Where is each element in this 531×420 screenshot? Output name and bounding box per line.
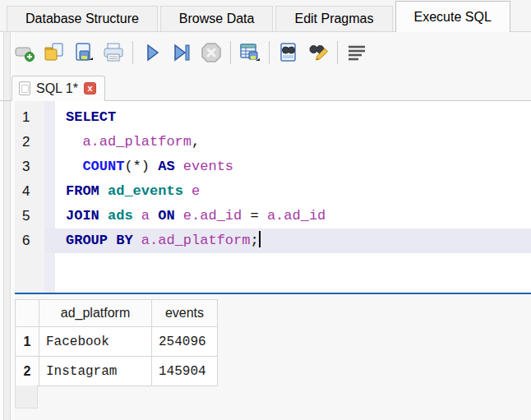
- stop-icon: [200, 41, 223, 64]
- sql-editor-tab[interactable]: SQL 1* x: [12, 76, 105, 101]
- sql-tab-label: SQL 1*: [36, 81, 78, 96]
- code-text: JOIN ads a ON e.ad_id = a.ad_id: [55, 204, 531, 228]
- execute-current-line-icon: [170, 41, 193, 64]
- row-number[interactable]: 1: [16, 327, 39, 357]
- tab-browse-data[interactable]: Browse Data: [160, 6, 274, 31]
- open-sql-file-button[interactable]: [41, 39, 67, 66]
- row-number[interactable]: 2: [16, 357, 39, 386]
- find-replace-icon: [307, 41, 330, 64]
- results-grid: ad_platform events 1Facebook2540962Insta…: [15, 299, 218, 386]
- save-sql-file-icon: [72, 41, 95, 64]
- sql-tab-bar: SQL 1* x: [0, 72, 531, 101]
- print-button[interactable]: [100, 39, 127, 66]
- sql-document-icon: [19, 81, 30, 95]
- text-cursor: [259, 231, 261, 247]
- editor-line[interactable]: 6GROUP BY a.ad_platform;: [15, 228, 531, 253]
- word-wrap-icon: [345, 41, 368, 64]
- toolbar-separator: [337, 41, 338, 64]
- fold-margin-cell: [44, 204, 55, 228]
- editor-line[interactable]: 1SELECT: [15, 105, 531, 130]
- fold-margin-cell: [44, 155, 55, 179]
- tab-execute-sql[interactable]: Execute SQL: [395, 1, 510, 32]
- execute-all-icon: [141, 41, 164, 64]
- fold-margin-cell: [44, 105, 55, 130]
- line-number: 2: [15, 130, 44, 155]
- print-icon: [102, 41, 125, 64]
- line-number: 1: [15, 105, 44, 130]
- editor-lines: 1SELECT2 a.ad_platform,3 COUNT(*) AS eve…: [15, 101, 531, 253]
- open-sql-file-icon: [43, 41, 66, 64]
- results-header-row: ad_platform events: [16, 300, 218, 327]
- stop-button[interactable]: [198, 39, 224, 66]
- results-body: 1Facebook2540962Instagram145904: [16, 327, 218, 386]
- column-header-events[interactable]: events: [152, 300, 218, 327]
- code-text: COUNT(*) AS events: [55, 155, 531, 179]
- sql-editor[interactable]: 1SELECT2 a.ad_platform,3 COUNT(*) AS eve…: [15, 101, 531, 294]
- find-button[interactable]: [275, 39, 302, 66]
- table-row: 2Instagram145904: [16, 357, 218, 386]
- word-wrap-button[interactable]: [344, 39, 370, 66]
- new-sql-tab-button[interactable]: [12, 39, 38, 66]
- save-sql-file-button[interactable]: [71, 39, 97, 66]
- fold-margin-cell: [44, 179, 55, 204]
- table-row: 1Facebook254096: [16, 327, 218, 357]
- editor-line[interactable]: 4FROM ad_events e: [15, 179, 531, 204]
- line-number: 3: [15, 155, 44, 179]
- tab-edit-pragmas[interactable]: Edit Pragmas: [275, 6, 392, 31]
- table-cell[interactable]: Instagram: [39, 357, 152, 386]
- close-tab-icon[interactable]: x: [84, 82, 96, 95]
- execute-current-line-button[interactable]: [169, 39, 195, 66]
- toolbar-separator: [269, 41, 270, 64]
- fold-margin-cell: [44, 228, 55, 253]
- row-header-stub: [15, 385, 38, 408]
- main-tab-bar: Database Structure Browse Data Edit Prag…: [0, 0, 531, 32]
- line-number: 6: [15, 228, 44, 253]
- editor-line[interactable]: 5JOIN ads a ON e.ad_id = a.ad_id: [15, 204, 531, 228]
- table-cell[interactable]: Facebook: [39, 327, 152, 357]
- find-icon: [277, 41, 300, 64]
- sql-toolbar: [0, 33, 531, 72]
- editor-line[interactable]: 2 a.ad_platform,: [15, 130, 531, 155]
- execute-all-button[interactable]: [139, 39, 165, 66]
- find-replace-button[interactable]: [305, 39, 331, 66]
- line-number: 5: [15, 204, 44, 228]
- results-corner-header[interactable]: [16, 300, 39, 327]
- new-sql-tab-icon: [13, 41, 36, 64]
- save-results-icon: [238, 41, 261, 64]
- code-text: FROM ad_events e: [55, 179, 531, 204]
- table-cell[interactable]: 254096: [152, 327, 218, 357]
- column-header-ad-platform[interactable]: ad_platform: [39, 300, 152, 327]
- save-results-button[interactable]: [237, 39, 263, 66]
- fold-margin-cell: [44, 130, 55, 155]
- line-number: 4: [15, 179, 44, 204]
- editor-line[interactable]: 3 COUNT(*) AS events: [15, 155, 531, 179]
- code-text: GROUP BY a.ad_platform;: [55, 228, 531, 253]
- tab-database-structure[interactable]: Database Structure: [7, 6, 158, 31]
- code-text: a.ad_platform,: [55, 130, 531, 155]
- code-text: SELECT: [55, 105, 531, 130]
- toolbar-separator: [230, 41, 231, 64]
- table-cell[interactable]: 145904: [152, 357, 218, 386]
- toolbar-separator: [132, 41, 133, 64]
